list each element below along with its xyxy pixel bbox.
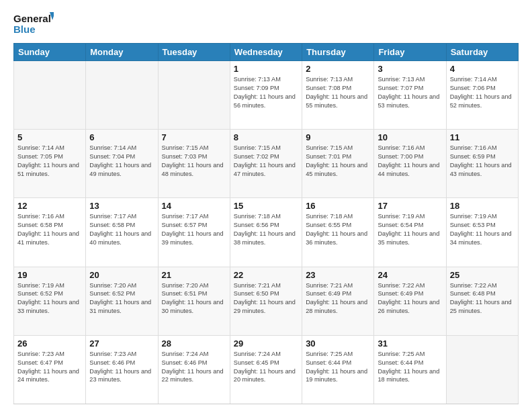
- day-info: Sunrise: 7:21 AMSunset: 6:49 PMDaylight:…: [306, 281, 370, 316]
- day-number: 28: [162, 338, 226, 349]
- weekday-header-row: SundayMondayTuesdayWednesdayThursdayFrid…: [14, 44, 519, 61]
- day-number: 15: [234, 201, 298, 211]
- day-info: Sunrise: 7:18 AMSunset: 6:55 PMDaylight:…: [306, 212, 370, 247]
- day-number: 11: [450, 132, 515, 142]
- calendar-cell: 14Sunrise: 7:17 AMSunset: 6:57 PMDayligh…: [158, 198, 230, 267]
- week-row-3: 12Sunrise: 7:16 AMSunset: 6:58 PMDayligh…: [14, 198, 519, 267]
- day-number: 3: [378, 64, 442, 74]
- day-info: Sunrise: 7:23 AMSunset: 6:47 PMDaylight:…: [17, 350, 82, 385]
- calendar-cell: 1Sunrise: 7:13 AMSunset: 7:09 PMDaylight…: [230, 61, 302, 130]
- weekday-header-wednesday: Wednesday: [230, 44, 302, 61]
- day-info: Sunrise: 7:18 AMSunset: 6:56 PMDaylight:…: [234, 212, 298, 247]
- calendar-cell: 31Sunrise: 7:25 AMSunset: 6:44 PMDayligh…: [374, 335, 446, 404]
- calendar-cell: 27Sunrise: 7:23 AMSunset: 6:46 PMDayligh…: [86, 335, 158, 404]
- day-number: 16: [306, 201, 370, 211]
- week-row-5: 26Sunrise: 7:23 AMSunset: 6:47 PMDayligh…: [14, 335, 519, 404]
- day-info: Sunrise: 7:13 AMSunset: 7:08 PMDaylight:…: [306, 75, 370, 110]
- day-info: Sunrise: 7:22 AMSunset: 6:49 PMDaylight:…: [378, 281, 442, 316]
- weekday-header-friday: Friday: [374, 44, 446, 61]
- day-number: 10: [378, 132, 442, 142]
- day-info: Sunrise: 7:25 AMSunset: 6:44 PMDaylight:…: [378, 350, 442, 385]
- day-info: Sunrise: 7:13 AMSunset: 7:07 PMDaylight:…: [378, 75, 442, 110]
- day-info: Sunrise: 7:24 AMSunset: 6:46 PMDaylight:…: [162, 350, 226, 385]
- weekday-header-saturday: Saturday: [446, 44, 518, 61]
- day-number: 2: [306, 64, 370, 74]
- calendar-cell: 15Sunrise: 7:18 AMSunset: 6:56 PMDayligh…: [230, 198, 302, 267]
- calendar-cell: 21Sunrise: 7:20 AMSunset: 6:51 PMDayligh…: [158, 267, 230, 335]
- day-info: Sunrise: 7:25 AMSunset: 6:44 PMDaylight:…: [306, 350, 370, 385]
- logo-svg: General Blue: [13, 11, 54, 36]
- day-info: Sunrise: 7:20 AMSunset: 6:52 PMDaylight:…: [89, 281, 154, 316]
- calendar-cell: 28Sunrise: 7:24 AMSunset: 6:46 PMDayligh…: [158, 335, 230, 404]
- day-number: 18: [450, 201, 515, 211]
- day-number: 25: [450, 270, 515, 280]
- day-info: Sunrise: 7:16 AMSunset: 7:00 PMDaylight:…: [378, 144, 442, 179]
- day-info: Sunrise: 7:19 AMSunset: 6:52 PMDaylight:…: [17, 281, 82, 316]
- day-number: 6: [89, 132, 154, 142]
- weekday-header-thursday: Thursday: [302, 44, 374, 61]
- day-number: 9: [306, 132, 370, 142]
- calendar-cell: 13Sunrise: 7:17 AMSunset: 6:58 PMDayligh…: [86, 198, 158, 267]
- calendar-cell: [14, 61, 86, 130]
- day-info: Sunrise: 7:13 AMSunset: 7:09 PMDaylight:…: [234, 75, 298, 110]
- day-number: 20: [89, 270, 154, 280]
- weekday-header-sunday: Sunday: [14, 44, 86, 61]
- day-info: Sunrise: 7:14 AMSunset: 7:05 PMDaylight:…: [17, 144, 82, 179]
- day-number: 17: [378, 201, 442, 211]
- day-number: 13: [89, 201, 154, 211]
- day-number: 8: [234, 132, 298, 142]
- calendar-cell: 24Sunrise: 7:22 AMSunset: 6:49 PMDayligh…: [374, 267, 446, 335]
- calendar-cell: 26Sunrise: 7:23 AMSunset: 6:47 PMDayligh…: [14, 335, 86, 404]
- day-number: 29: [234, 338, 298, 349]
- day-number: 26: [17, 338, 82, 349]
- calendar-cell: 23Sunrise: 7:21 AMSunset: 6:49 PMDayligh…: [302, 267, 374, 335]
- day-number: 12: [17, 201, 82, 211]
- day-info: Sunrise: 7:23 AMSunset: 6:46 PMDaylight:…: [89, 350, 154, 385]
- calendar-cell: 3Sunrise: 7:13 AMSunset: 7:07 PMDaylight…: [374, 61, 446, 130]
- day-number: 22: [234, 270, 298, 280]
- calendar-cell: 16Sunrise: 7:18 AMSunset: 6:55 PMDayligh…: [302, 198, 374, 267]
- calendar-cell: 20Sunrise: 7:20 AMSunset: 6:52 PMDayligh…: [86, 267, 158, 335]
- day-number: 4: [450, 64, 515, 74]
- day-info: Sunrise: 7:17 AMSunset: 6:57 PMDaylight:…: [162, 212, 226, 247]
- day-info: Sunrise: 7:15 AMSunset: 7:02 PMDaylight:…: [234, 144, 298, 179]
- day-number: 7: [162, 132, 226, 142]
- calendar-cell: 4Sunrise: 7:14 AMSunset: 7:06 PMDaylight…: [446, 61, 518, 130]
- calendar-cell: 18Sunrise: 7:19 AMSunset: 6:53 PMDayligh…: [446, 198, 518, 267]
- day-number: 14: [162, 201, 226, 211]
- calendar-cell: [86, 61, 158, 130]
- day-number: 23: [306, 270, 370, 280]
- svg-text:Blue: Blue: [13, 24, 36, 35]
- day-info: Sunrise: 7:20 AMSunset: 6:51 PMDaylight:…: [162, 281, 226, 316]
- calendar-cell: 29Sunrise: 7:24 AMSunset: 6:45 PMDayligh…: [230, 335, 302, 404]
- day-info: Sunrise: 7:24 AMSunset: 6:45 PMDaylight:…: [234, 350, 298, 385]
- weekday-header-tuesday: Tuesday: [158, 44, 230, 61]
- day-info: Sunrise: 7:22 AMSunset: 6:48 PMDaylight:…: [450, 281, 515, 316]
- logo: General Blue: [13, 11, 54, 36]
- calendar-cell: 12Sunrise: 7:16 AMSunset: 6:58 PMDayligh…: [14, 198, 86, 267]
- day-number: 21: [162, 270, 226, 280]
- day-number: 5: [17, 132, 82, 142]
- day-number: 19: [17, 270, 82, 280]
- calendar-cell: 7Sunrise: 7:15 AMSunset: 7:03 PMDaylight…: [158, 130, 230, 198]
- weekday-header-monday: Monday: [86, 44, 158, 61]
- calendar-cell: 17Sunrise: 7:19 AMSunset: 6:54 PMDayligh…: [374, 198, 446, 267]
- calendar-cell: 6Sunrise: 7:14 AMSunset: 7:04 PMDaylight…: [86, 130, 158, 198]
- day-info: Sunrise: 7:14 AMSunset: 7:04 PMDaylight:…: [89, 144, 154, 179]
- day-info: Sunrise: 7:16 AMSunset: 6:58 PMDaylight:…: [17, 212, 82, 247]
- calendar-table: SundayMondayTuesdayWednesdayThursdayFrid…: [13, 43, 519, 404]
- calendar-cell: 11Sunrise: 7:16 AMSunset: 6:59 PMDayligh…: [446, 130, 518, 198]
- day-number: 24: [378, 270, 442, 280]
- calendar-cell: 25Sunrise: 7:22 AMSunset: 6:48 PMDayligh…: [446, 267, 518, 335]
- calendar-cell: 19Sunrise: 7:19 AMSunset: 6:52 PMDayligh…: [14, 267, 86, 335]
- day-info: Sunrise: 7:16 AMSunset: 6:59 PMDaylight:…: [450, 144, 515, 179]
- calendar-cell: 10Sunrise: 7:16 AMSunset: 7:00 PMDayligh…: [374, 130, 446, 198]
- day-info: Sunrise: 7:21 AMSunset: 6:50 PMDaylight:…: [234, 281, 298, 316]
- calendar-cell: 9Sunrise: 7:15 AMSunset: 7:01 PMDaylight…: [302, 130, 374, 198]
- day-info: Sunrise: 7:19 AMSunset: 6:54 PMDaylight:…: [378, 212, 442, 247]
- day-info: Sunrise: 7:15 AMSunset: 7:01 PMDaylight:…: [306, 144, 370, 179]
- day-info: Sunrise: 7:15 AMSunset: 7:03 PMDaylight:…: [162, 144, 226, 179]
- header: General Blue: [13, 11, 519, 36]
- calendar-cell: [158, 61, 230, 130]
- week-row-1: 1Sunrise: 7:13 AMSunset: 7:09 PMDaylight…: [14, 61, 519, 130]
